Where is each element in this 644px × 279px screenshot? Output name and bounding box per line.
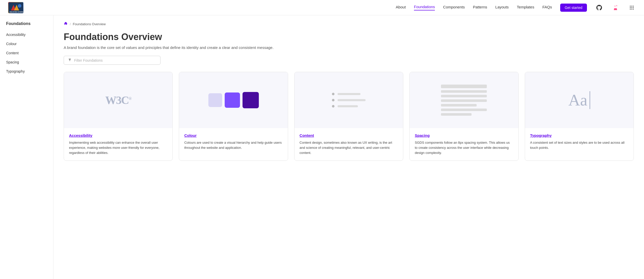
svg-rect-13 [633, 9, 634, 9]
content-visual [332, 93, 366, 108]
home-icon[interactable] [64, 21, 68, 26]
sidebar-item-typography[interactable]: Typography [0, 67, 53, 76]
get-started-button[interactable]: Get started [560, 4, 587, 12]
card-colour-image [179, 72, 288, 128]
filter-icon [68, 58, 72, 62]
svg-rect-7 [633, 6, 634, 6]
card-content-desc: Content design, sometimes also known as … [300, 140, 398, 155]
list-line-1 [338, 93, 360, 95]
card-content-title[interactable]: Content [300, 133, 398, 138]
page-title: Foundations Overview [64, 32, 634, 42]
list-dot-3 [332, 105, 334, 108]
page-layout: Foundations Accessibility Colour Content… [0, 15, 644, 279]
breadcrumb-separator: / [70, 22, 71, 26]
spacing-line-1 [441, 85, 487, 88]
card-spacing-body: Spacing SGDS components follow an 8px sp… [410, 128, 518, 161]
spacing-line-7 [441, 113, 472, 116]
card-content-image [294, 72, 403, 128]
nav-faqs[interactable]: FAQs [542, 5, 552, 10]
spacing-line-4 [441, 99, 487, 102]
card-accessibility: W3C® Accessibility Implementing web acce… [64, 72, 173, 161]
typo-cursor [589, 91, 590, 109]
spacing-line-5 [441, 104, 477, 107]
list-dot-2 [332, 99, 334, 101]
nav-layouts[interactable]: Layouts [495, 5, 509, 10]
svg-rect-12 [631, 9, 632, 9]
swatch-light [208, 93, 222, 107]
card-typography: Aa Typography A consistent set of text s… [525, 72, 634, 161]
sidebar-item-accessibility[interactable]: Accessibility [0, 30, 53, 39]
sidebar-item-spacing[interactable]: Spacing [0, 58, 53, 67]
nav-patterns[interactable]: Patterns [473, 5, 487, 10]
card-spacing-title[interactable]: Spacing [415, 133, 513, 138]
nav-about[interactable]: About [396, 5, 406, 10]
card-content-body: Content Content design, sometimes also k… [294, 128, 403, 161]
w3c-logo: W3C® [105, 94, 131, 107]
card-colour: Colour Colours are used to create a visu… [179, 72, 288, 161]
apps-grid-icon[interactable] [628, 4, 636, 12]
list-line-2 [338, 99, 366, 101]
list-dot-1 [332, 93, 334, 95]
card-content: Content Content design, sometimes also k… [294, 72, 403, 161]
card-spacing-desc: SGDS components follow an 8px spacing sy… [415, 140, 513, 155]
nav-templates[interactable]: Templates [517, 5, 534, 10]
breadcrumb-current: Foundations Overview [73, 22, 106, 26]
main-content: / Foundations Overview Foundations Overv… [53, 15, 644, 279]
typo-aa-text: Aa [568, 92, 587, 108]
sidebar-title: Foundations [0, 21, 53, 30]
typography-visual: Aa [568, 91, 590, 109]
card-typography-image: Aa [525, 72, 634, 128]
github-icon[interactable] [595, 4, 603, 12]
card-colour-body: Colour Colours are used to create a visu… [179, 128, 288, 161]
card-colour-title[interactable]: Colour [184, 133, 283, 138]
card-accessibility-title[interactable]: Accessibility [69, 133, 167, 138]
content-row-2 [332, 99, 366, 101]
card-accessibility-body: Accessibility Implementing web accessibi… [64, 128, 172, 161]
svg-rect-10 [633, 7, 634, 8]
spacing-line-6 [441, 109, 487, 111]
logo[interactable]: SINGAPORE GOVERNMENT [8, 2, 23, 13]
card-accessibility-image: W3C® [64, 72, 172, 128]
spacing-line-2 [441, 90, 487, 93]
card-spacing: Spacing SGDS components follow an 8px sp… [409, 72, 518, 161]
nav-foundations[interactable]: Foundations [414, 5, 435, 10]
navbar: SINGAPORE GOVERNMENT About Foundations C… [0, 0, 644, 15]
spacing-line-3 [441, 95, 487, 97]
swatch-mid [225, 92, 240, 108]
sidebar-item-content[interactable]: Content [0, 48, 53, 58]
svg-rect-5 [630, 6, 631, 6]
svg-text:SINGAPORE GOVERNMENT: SINGAPORE GOVERNMENT [9, 11, 23, 13]
svg-rect-8 [630, 7, 631, 8]
spacing-visual [441, 85, 487, 116]
list-line-3 [338, 105, 358, 107]
content-row-1 [332, 93, 366, 95]
breadcrumb: / Foundations Overview [64, 21, 634, 26]
card-typography-desc: A consistent set of text sizes and style… [530, 140, 628, 150]
nav-components[interactable]: Components [443, 5, 465, 10]
filter-section [64, 56, 634, 65]
cards-row: W3C® Accessibility Implementing web acce… [64, 72, 634, 161]
storybook-icon[interactable] [611, 4, 620, 12]
content-row-3 [332, 105, 366, 108]
card-spacing-image [410, 72, 518, 128]
filter-input[interactable] [74, 58, 156, 62]
card-typography-title[interactable]: Typography [530, 133, 628, 138]
svg-point-3 [18, 4, 21, 8]
sidebar: Foundations Accessibility Colour Content… [0, 15, 53, 279]
swatch-dark [243, 92, 259, 108]
nav-links: About Foundations Components Patterns La… [396, 4, 636, 12]
svg-rect-9 [631, 7, 632, 8]
card-accessibility-desc: Implementing web accessibility can enhan… [69, 140, 167, 155]
page-subtitle: A brand foundation is the core set of va… [64, 45, 634, 50]
card-colour-desc: Colours are used to create a visual hier… [184, 140, 283, 150]
svg-rect-11 [630, 9, 631, 9]
svg-rect-6 [631, 6, 632, 6]
colour-swatches [208, 92, 259, 108]
filter-input-wrapper [64, 56, 160, 65]
card-typography-body: Typography A consistent set of text size… [525, 128, 634, 161]
sidebar-item-colour[interactable]: Colour [0, 39, 53, 48]
logo-image: SINGAPORE GOVERNMENT [8, 2, 23, 13]
